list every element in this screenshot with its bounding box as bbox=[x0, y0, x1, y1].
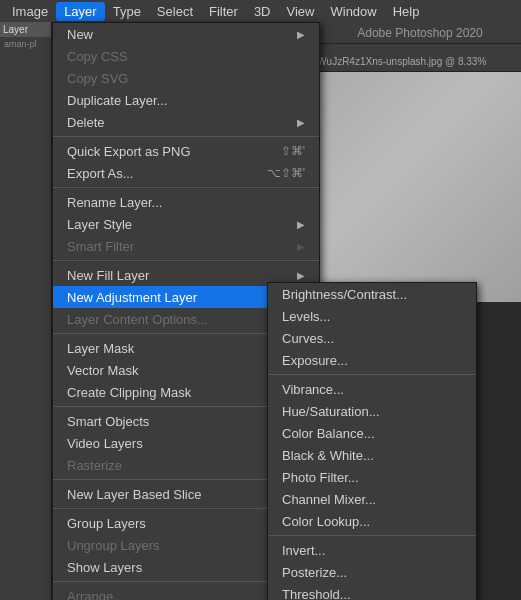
menu-quick-export[interactable]: Quick Export as PNG ⇧⌘' bbox=[53, 140, 319, 162]
menu-new[interactable]: New ▶ bbox=[53, 23, 319, 45]
menu-help[interactable]: Help bbox=[385, 2, 428, 21]
layers-panel: Layer aman-pl bbox=[0, 22, 52, 600]
menu-type[interactable]: Type bbox=[105, 2, 149, 21]
arrow-icon: ▶ bbox=[297, 29, 305, 40]
arrow-icon-sf: ▶ bbox=[297, 241, 305, 252]
submenu-brightness-contrast[interactable]: Brightness/Contrast... bbox=[268, 283, 476, 305]
submenu-color-lookup[interactable]: Color Lookup... bbox=[268, 510, 476, 532]
menu-rename-layer[interactable]: Rename Layer... bbox=[53, 191, 319, 213]
menu-duplicate-layer[interactable]: Duplicate Layer... bbox=[53, 89, 319, 111]
separator-1 bbox=[53, 136, 319, 137]
menu-smart-filter: Smart Filter ▶ bbox=[53, 235, 319, 257]
submenu-channel-mixer[interactable]: Channel Mixer... bbox=[268, 488, 476, 510]
canvas-area bbox=[315, 72, 521, 302]
menu-copy-svg: Copy SVG bbox=[53, 67, 319, 89]
sub-separator-1 bbox=[268, 374, 476, 375]
arrow-icon-delete: ▶ bbox=[297, 117, 305, 128]
submenu-photo-filter[interactable]: Photo Filter... bbox=[268, 466, 476, 488]
menu-bar: Image Layer Type Select Filter 3D View W… bbox=[0, 0, 521, 22]
submenu-curves[interactable]: Curves... bbox=[268, 327, 476, 349]
submenu-invert[interactable]: Invert... bbox=[268, 539, 476, 561]
arrow-icon-fill: ▶ bbox=[297, 270, 305, 281]
submenu-hue-saturation[interactable]: Hue/Saturation... bbox=[268, 400, 476, 422]
layer-dropdown-label: Layer bbox=[0, 22, 51, 37]
menu-copy-css: Copy CSS bbox=[53, 45, 319, 67]
submenu-posterize[interactable]: Posterize... bbox=[268, 561, 476, 583]
sub-separator-2 bbox=[268, 535, 476, 536]
submenu-black-white[interactable]: Black & White... bbox=[268, 444, 476, 466]
menu-3d[interactable]: 3D bbox=[246, 2, 279, 21]
submenu-levels[interactable]: Levels... bbox=[268, 305, 476, 327]
separator-3 bbox=[53, 260, 319, 261]
submenu-color-balance[interactable]: Color Balance... bbox=[268, 422, 476, 444]
menu-layer[interactable]: Layer bbox=[56, 2, 105, 21]
menu-delete[interactable]: Delete ▶ bbox=[53, 111, 319, 133]
adjustment-submenu: Brightness/Contrast... Levels... Curves.… bbox=[267, 282, 477, 600]
separator-2 bbox=[53, 187, 319, 188]
menu-image[interactable]: Image bbox=[4, 2, 56, 21]
menu-layer-style[interactable]: Layer Style ▶ bbox=[53, 213, 319, 235]
filename-label: -WuJzR4z1Xns-unsplash.jpg @ 8.33% bbox=[310, 52, 520, 72]
menu-view[interactable]: View bbox=[279, 2, 323, 21]
photoshop-title: Adobe Photoshop 2020 bbox=[315, 22, 521, 44]
submenu-exposure[interactable]: Exposure... bbox=[268, 349, 476, 371]
submenu-vibrance[interactable]: Vibrance... bbox=[268, 378, 476, 400]
layer-name: aman-pl bbox=[0, 37, 51, 51]
menu-window[interactable]: Window bbox=[322, 2, 384, 21]
menu-export-as[interactable]: Export As... ⌥⇧⌘' bbox=[53, 162, 319, 184]
menu-select[interactable]: Select bbox=[149, 2, 201, 21]
arrow-icon-style: ▶ bbox=[297, 219, 305, 230]
canvas-content bbox=[315, 72, 521, 302]
menu-filter[interactable]: Filter bbox=[201, 2, 246, 21]
submenu-threshold[interactable]: Threshold... bbox=[268, 583, 476, 600]
